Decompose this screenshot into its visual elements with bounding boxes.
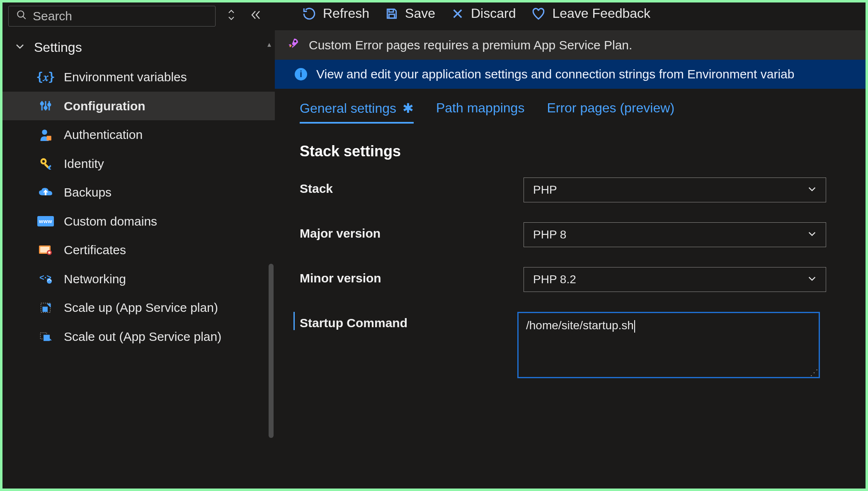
banner-text: View and edit your application settings …: [316, 67, 794, 81]
sidebar-item-custom-domains[interactable]: www Custom domains: [2, 207, 275, 236]
sidebar-section-label: Settings: [34, 40, 82, 55]
close-icon: [451, 7, 464, 20]
svg-marker-26: [49, 338, 52, 341]
variables-icon: {𝑥}: [37, 70, 54, 84]
sidebar-item-networking[interactable]: <·> Networking: [2, 265, 275, 294]
sidebar-item-label: Environment variables: [64, 69, 267, 85]
major-version-select[interactable]: PHP 8: [524, 222, 826, 247]
svg-point-11: [42, 160, 45, 163]
svg-marker-13: [48, 165, 51, 170]
info-banner: i View and edit your application setting…: [275, 60, 866, 89]
text-caret: [634, 320, 635, 333]
sidebar-item-configuration[interactable]: Configuration: [2, 92, 275, 121]
scroll-up-icon[interactable]: ▴: [267, 40, 271, 49]
sidebar: Search Settings {𝑥} Environment variable…: [2, 2, 275, 489]
svg-line-1: [23, 16, 26, 19]
select-value: PHP: [533, 183, 557, 197]
chevron-down-icon: [807, 228, 817, 241]
sidebar-item-identity[interactable]: Identity: [2, 149, 275, 178]
sidebar-item-certificates[interactable]: Certificates: [2, 236, 275, 265]
sidebar-item-scale-out[interactable]: Scale out (App Service plan): [2, 322, 275, 351]
sidebar-item-authentication[interactable]: Authentication: [2, 120, 275, 149]
section-title: Stack settings: [300, 143, 841, 160]
leave-feedback-button[interactable]: Leave Feedback: [531, 6, 650, 21]
svg-rect-22: [43, 306, 48, 312]
button-label: Leave Feedback: [552, 6, 650, 21]
save-button[interactable]: Save: [385, 6, 435, 21]
tab-path-mappings[interactable]: Path mappings: [436, 100, 524, 124]
stack-label: Stack: [300, 177, 524, 196]
search-input[interactable]: Search: [8, 6, 216, 27]
button-label: Refresh: [323, 6, 369, 21]
search-icon: [16, 9, 27, 23]
scale-out-icon: [37, 330, 54, 343]
startup-command-input[interactable]: /home/site/startup.sh: [517, 312, 820, 378]
svg-point-6: [44, 107, 47, 109]
stack-select[interactable]: PHP: [524, 177, 826, 202]
chevron-down-icon: [807, 273, 817, 286]
select-value: PHP 8: [533, 228, 566, 241]
tab-error-pages[interactable]: Error pages (preview): [547, 100, 674, 124]
save-icon: [385, 7, 398, 20]
svg-point-7: [48, 104, 51, 106]
svg-rect-9: [47, 136, 51, 140]
sidebar-item-label: Certificates: [64, 242, 267, 258]
sidebar-item-backups[interactable]: Backups: [2, 178, 275, 207]
sliders-icon: [37, 100, 54, 112]
sidebar-item-label: Identity: [64, 156, 267, 172]
banner-text: Custom Error pages requires a premium Ap…: [309, 38, 632, 52]
svg-point-8: [42, 129, 47, 135]
discard-button[interactable]: Discard: [451, 6, 516, 21]
refresh-button[interactable]: Refresh: [302, 6, 369, 21]
tab-label: Error pages (preview): [547, 100, 674, 115]
www-icon: www: [37, 216, 54, 226]
toolbar: Refresh Save Discard Leave Feedback: [275, 2, 866, 30]
sidebar-item-label: Custom domains: [64, 214, 267, 229]
svg-rect-27: [389, 9, 393, 12]
heart-icon: [531, 7, 546, 21]
collapse-sidebar-icon[interactable]: [247, 7, 264, 26]
tab-label: General settings: [300, 101, 396, 116]
refresh-icon: [302, 7, 316, 21]
sidebar-item-label: Configuration: [64, 98, 267, 114]
tab-label: Path mappings: [436, 100, 524, 115]
svg-point-0: [17, 11, 24, 17]
rocket-icon: [286, 37, 300, 53]
user-auth-icon: [37, 129, 54, 141]
svg-point-18: [48, 251, 51, 254]
scale-up-icon: [37, 301, 54, 314]
chevron-down-icon: [807, 183, 817, 197]
sidebar-scrollbar[interactable]: ▴: [267, 44, 275, 471]
main-panel: Refresh Save Discard Leave Feedback: [275, 2, 866, 489]
sidebar-section-settings[interactable]: Settings: [2, 34, 275, 63]
startup-command-label: Startup Command: [293, 312, 517, 330]
minor-version-select[interactable]: PHP 8.2: [524, 267, 826, 292]
select-value: PHP 8.2: [533, 273, 576, 286]
sidebar-item-label: Networking: [64, 271, 267, 287]
premium-required-banner: Custom Error pages requires a premium Ap…: [275, 30, 866, 60]
sort-toggle-icon[interactable]: [224, 6, 239, 27]
sidebar-item-environment-variables[interactable]: {𝑥} Environment variables: [2, 63, 275, 92]
tab-general-settings[interactable]: General settings ✱: [300, 100, 414, 124]
sidebar-item-label: Scale up (App Service plan): [64, 300, 267, 316]
svg-point-5: [41, 102, 43, 105]
major-version-label: Major version: [300, 222, 524, 241]
certificate-icon: [37, 245, 54, 255]
search-placeholder: Search: [33, 9, 72, 23]
resize-handle-icon[interactable]: ⋰: [810, 367, 818, 377]
tab-bar: General settings ✱ Path mappings Error p…: [300, 100, 841, 124]
chevron-down-icon: [15, 41, 25, 54]
svg-point-31: [294, 40, 296, 42]
network-icon: <·>: [37, 273, 54, 284]
sidebar-item-label: Backups: [64, 185, 267, 200]
cloud-upload-icon: [37, 187, 54, 198]
dirty-indicator-icon: ✱: [402, 101, 414, 116]
svg-rect-28: [389, 14, 394, 18]
sidebar-item-scale-up[interactable]: Scale up (App Service plan): [2, 293, 275, 322]
sidebar-item-label: Scale out (App Service plan): [64, 329, 267, 345]
sidebar-item-label: Authentication: [64, 127, 267, 143]
input-value: /home/site/startup.sh: [526, 319, 634, 332]
button-label: Save: [405, 6, 435, 21]
info-icon: i: [295, 68, 307, 80]
scrollbar-thumb[interactable]: [269, 264, 274, 438]
